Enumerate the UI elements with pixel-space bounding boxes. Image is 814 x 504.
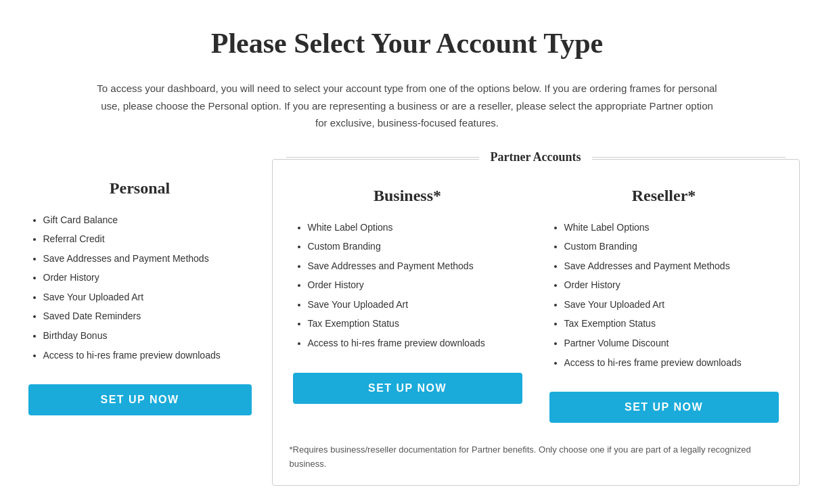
personal-features-list: Gift Card Balance Referral Credit Save A… bbox=[28, 211, 252, 365]
business-feature-2: Custom Branding bbox=[308, 237, 522, 256]
personal-feature-6: Saved Date Reminders bbox=[43, 307, 252, 325]
personal-feature-5: Save Your Uploaded Art bbox=[43, 288, 252, 306]
partner-label: Partner Accounts bbox=[479, 150, 591, 164]
business-feature-5: Save Your Uploaded Art bbox=[308, 296, 522, 314]
partner-label-wrapper: Partner Accounts bbox=[273, 150, 799, 164]
partner-divider-left bbox=[286, 157, 480, 158]
partner-columns: Business* White Label Options Custom Bra… bbox=[286, 180, 786, 430]
partner-box: Partner Accounts Business* White Label O… bbox=[272, 159, 800, 486]
personal-feature-1: Gift Card Balance bbox=[43, 211, 252, 229]
business-feature-3: Save Addresses and Payment Methods bbox=[308, 257, 522, 275]
reseller-feature-6: Tax Exemption Status bbox=[564, 315, 779, 333]
disclaimer-text: *Requires business/reseller documentatio… bbox=[286, 443, 786, 472]
reseller-column: Reseller* White Label Options Custom Bra… bbox=[543, 180, 786, 430]
reseller-feature-3: Save Addresses and Payment Methods bbox=[564, 257, 779, 275]
reseller-features-list: White Label Options Custom Branding Save… bbox=[549, 219, 779, 372]
personal-feature-2: Referral Credit bbox=[43, 230, 252, 248]
accounts-wrapper: Personal Gift Card Balance Referral Cred… bbox=[15, 159, 800, 486]
reseller-setup-button[interactable]: SET UP NOW bbox=[549, 392, 779, 423]
page-container: Please Select Your Account Type To acces… bbox=[0, 0, 814, 504]
business-features-list: White Label Options Custom Branding Save… bbox=[293, 219, 522, 352]
reseller-feature-7: Partner Volume Discount bbox=[564, 334, 779, 352]
reseller-feature-8: Access to hi-res frame preview downloads bbox=[564, 354, 779, 372]
business-feature-6: Tax Exemption Status bbox=[308, 315, 522, 333]
personal-title: Personal bbox=[28, 179, 252, 198]
personal-feature-8: Access to hi-res frame preview downloads bbox=[43, 346, 252, 365]
reseller-title: Reseller* bbox=[549, 187, 779, 205]
page-title: Please Select Your Account Type bbox=[14, 27, 800, 60]
business-title: Business* bbox=[293, 187, 522, 205]
business-feature-1: White Label Options bbox=[308, 219, 522, 237]
reseller-feature-1: White Label Options bbox=[564, 219, 779, 237]
business-feature-7: Access to hi-res frame preview downloads bbox=[308, 334, 522, 352]
personal-feature-4: Order History bbox=[43, 269, 252, 287]
business-column: Business* White Label Options Custom Bra… bbox=[286, 180, 529, 430]
personal-setup-button[interactable]: SET UP NOW bbox=[28, 384, 252, 415]
intro-text: To access your dashboard, you will need … bbox=[96, 80, 719, 132]
reseller-feature-5: Save Your Uploaded Art bbox=[564, 296, 779, 314]
partner-divider-right bbox=[592, 157, 786, 158]
reseller-feature-2: Custom Branding bbox=[564, 237, 779, 256]
personal-feature-7: Birthday Bonus bbox=[43, 327, 252, 345]
personal-feature-3: Save Addresses and Payment Methods bbox=[43, 250, 252, 268]
business-feature-4: Order History bbox=[308, 276, 522, 294]
business-setup-button[interactable]: SET UP NOW bbox=[293, 373, 522, 404]
personal-column: Personal Gift Card Balance Referral Cred… bbox=[15, 159, 272, 436]
reseller-feature-4: Order History bbox=[564, 276, 779, 294]
